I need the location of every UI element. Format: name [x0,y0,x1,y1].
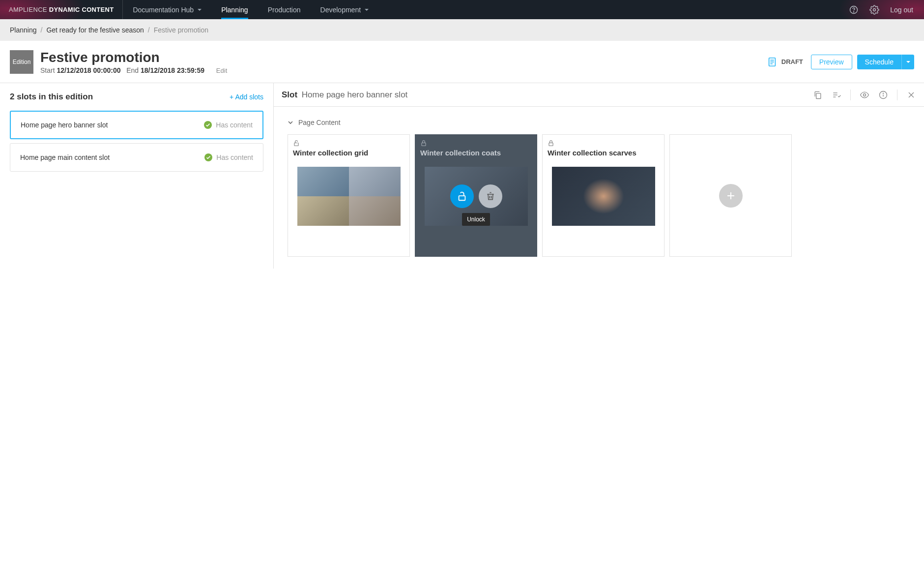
divider [850,90,851,100]
nav-label: Development [320,6,361,14]
svg-rect-9 [816,93,821,98]
nav-documentation-hub[interactable]: Documentation Hub [123,0,211,19]
nav-label: Documentation Hub [133,6,194,14]
logout-link[interactable]: Log out [890,6,913,14]
section-label: Page Content [298,119,341,126]
page-content-section: Page Content Winter collection grid Wint… [274,107,924,269]
trash-icon [486,191,495,201]
nav-planning[interactable]: Planning [211,0,258,19]
slot-label: Slot [282,90,297,99]
right-header-actions [813,90,916,100]
chevron-down-icon [365,9,369,11]
edition-header: Edition Festive promotion Start 12/12/20… [0,41,924,83]
schedule-dropdown-button[interactable] [901,55,914,69]
start-label: Start [40,66,55,74]
top-bar: AMPLIENCE DYNAMIC CONTENT Documentation … [0,0,924,19]
checklist-icon[interactable] [832,90,841,100]
svg-point-1 [854,11,854,12]
chevron-down-icon [198,9,202,11]
section-toggle[interactable]: Page Content [288,119,910,126]
right-header: Slot Home page hero banner slot [274,83,924,107]
crumb-separator: / [148,26,150,34]
brand: AMPLIENCE DYNAMIC CONTENT [0,0,123,19]
add-content-button[interactable] [719,184,743,208]
card-overlay: Unlock [415,153,537,256]
edition-actions: DRAFT Preview Schedule [767,55,914,69]
content-card-grid[interactable]: Winter collection grid [288,134,410,257]
nav-label: Production [268,6,301,14]
nav-development[interactable]: Development [311,0,379,19]
status-text: DRAFT [781,58,803,65]
content-card-coats-hover[interactable]: Winter collection coats Unlock [415,134,537,257]
edition-title: Festive promotion [40,50,227,65]
divider [897,90,897,100]
nav-label: Planning [221,6,248,14]
plus-icon [725,190,737,202]
copy-icon[interactable] [813,90,823,100]
slot-name-display: Home page hero banner slot [302,90,407,99]
svg-rect-19 [294,143,298,146]
unlock-button[interactable] [450,184,474,208]
end-label: End [126,66,139,74]
crumb-event[interactable]: Get ready for the festive season [46,26,144,34]
svg-point-13 [864,93,866,96]
brand-light: AMPLIENCE [9,6,47,13]
svg-point-2 [873,8,876,11]
edition-badge: Edition [10,50,33,74]
crumb-current: Festive promotion [154,26,208,34]
delete-button[interactable] [479,184,502,208]
slots-heading: 2 slots in this edition [10,92,93,102]
eye-icon[interactable] [860,90,869,100]
unlock-icon [457,191,467,202]
nav-production[interactable]: Production [258,0,311,19]
status-draft: DRAFT [767,57,803,67]
content-card-scarves[interactable]: Winter collection scarves [542,134,664,257]
card-thumbnail-grid [297,167,401,226]
close-icon[interactable] [906,90,916,100]
end-value: 18/12/2018 23:59:59 [141,66,204,74]
nav: Documentation Hub Planning Production De… [123,0,378,19]
lock-icon [420,140,427,147]
lock-icon [548,140,554,147]
check-icon [204,153,212,161]
right-panel: Slot Home page hero banner slot Page Con… [273,83,924,269]
crumb-planning[interactable]: Planning [10,26,37,34]
svg-rect-21 [459,196,465,200]
unlock-icon [293,140,300,147]
content-grid: Winter collection grid Winter collection… [288,134,910,257]
card-title: Winter collection scarves [548,149,659,157]
left-panel: 2 slots in this edition + Add slots Home… [0,83,273,269]
help-icon[interactable] [849,5,859,15]
breadcrumb: Planning / Get ready for the festive sea… [0,19,924,41]
has-content-label: Has content [216,153,253,161]
slot-card-main[interactable]: Home page main content slot Has content [10,143,263,172]
info-icon[interactable] [878,90,888,100]
slot-card-hero[interactable]: Home page hero banner slot Has content [10,111,263,139]
chevron-down-icon [288,120,293,125]
overlay-buttons [450,184,502,208]
settings-icon[interactable] [869,5,879,15]
edit-link[interactable]: Edit [216,67,227,74]
top-right: Log out [849,5,924,15]
schedule-button-group: Schedule [857,55,914,69]
check-icon [204,121,212,129]
document-icon [767,57,778,67]
preview-button[interactable]: Preview [811,55,852,69]
unlock-tooltip: Unlock [462,213,490,226]
right-title: Slot Home page hero banner slot [282,90,407,100]
schedule-button[interactable]: Schedule [857,55,901,69]
add-slots-link[interactable]: + Add slots [230,93,263,101]
edition-info: Festive promotion Start 12/12/2018 00:00… [40,50,227,74]
slots-heading-row: 2 slots in this edition + Add slots [10,92,263,102]
content-card-add[interactable] [669,134,792,257]
caret-down-icon [906,61,910,63]
svg-point-16 [883,93,884,93]
card-title: Winter collection grid [293,149,404,157]
crumb-separator: / [41,26,43,34]
has-content-label: Has content [216,121,253,129]
brand-bold: DYNAMIC CONTENT [49,6,114,13]
slot-name: Home page main content slot [20,153,204,161]
start-value: 12/12/2018 00:00:00 [57,66,120,74]
card-thumbnail [552,167,655,226]
svg-rect-20 [422,143,426,146]
